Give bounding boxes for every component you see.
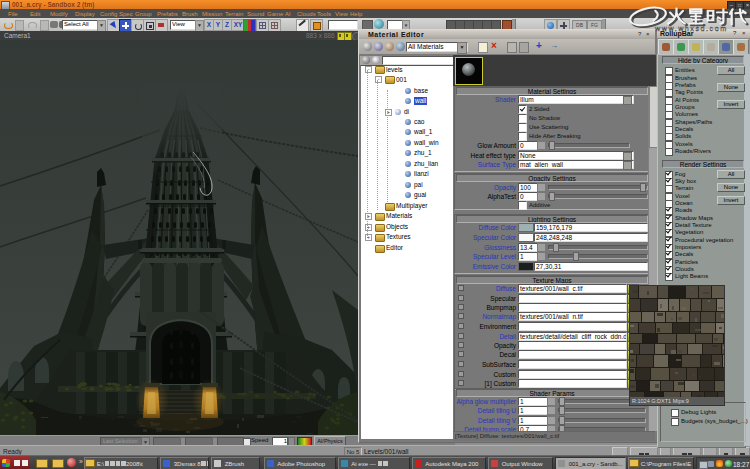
svg-text:R:1024 G:DXT1 Mips:9: R:1024 G:DXT1 Mips:9: [632, 398, 689, 404]
